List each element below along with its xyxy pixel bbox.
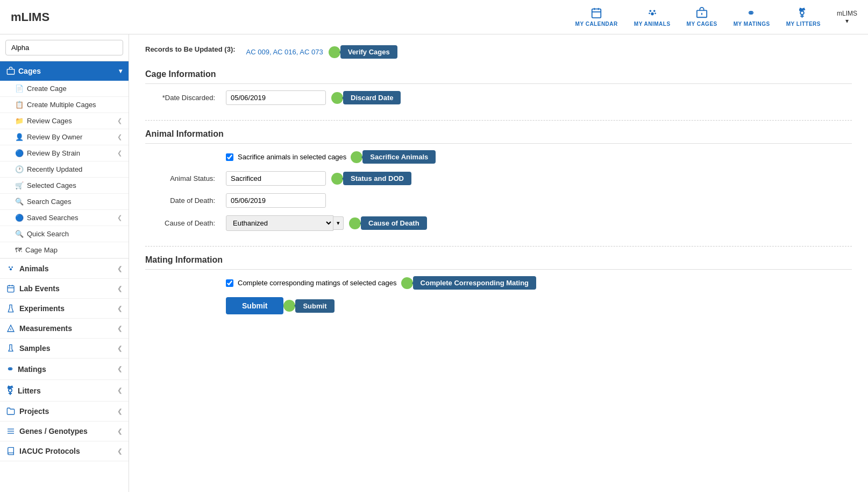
sidebar-item-selected-cages[interactable]: 🛒 Selected Cages (0, 178, 129, 194)
submit-button[interactable]: Submit (226, 297, 283, 314)
create-multiple-label: Create Multiple Cages (27, 101, 96, 109)
sidebar: Cages ▾ 📄 Create Cage 📋 Create Multiple … (0, 34, 129, 492)
cause-of-death-area: Cause of Death (349, 216, 427, 230)
svg-rect-17 (8, 286, 14, 292)
nav-matings-label: MY MATINGS (734, 21, 770, 27)
svg-rect-0 (592, 9, 601, 18)
sidebar-experiments[interactable]: Experiments ❮ (0, 299, 129, 319)
sidebar-lab-events-chevron: ❮ (117, 285, 122, 292)
review-by-strain-label: Review By Strain (27, 149, 80, 157)
cause-of-death-select[interactable]: Euthanized (226, 215, 333, 231)
sidebar-projects[interactable]: Projects ❮ (0, 402, 129, 421)
sidebar-cages-section: Cages ▾ 📄 Create Cage 📋 Create Multiple … (0, 61, 129, 259)
nav-litters[interactable]: ⚧ MY LITTERS (786, 7, 821, 27)
cause-of-death-button[interactable]: Cause of Death (361, 216, 427, 230)
sidebar-genes[interactable]: Genes / Genotypes ❮ (0, 421, 129, 441)
sidebar-animals[interactable]: Animals ❮ (0, 259, 129, 279)
verify-cages-button[interactable]: Verify Cages (340, 45, 397, 59)
divider-1 (145, 120, 852, 121)
review-cages-icon: 📁 (15, 117, 24, 125)
nav-user[interactable]: mLIMS ▾ (837, 10, 857, 25)
svg-point-16 (10, 268, 12, 270)
sidebar-item-saved-searches[interactable]: 🔵 Saved Searches ❮ (0, 210, 129, 226)
sidebar-item-create-multiple[interactable]: 📋 Create Multiple Cages (0, 97, 129, 113)
complete-mating-button[interactable]: Complete Corresponding Mating (413, 276, 537, 290)
nav-cages[interactable]: MY CAGES (687, 7, 717, 27)
sidebar-matings[interactable]: ⚭ Matings ❮ (0, 359, 129, 380)
review-by-owner-label: Review By Owner (27, 133, 82, 141)
animal-status-input[interactable] (226, 171, 326, 186)
nav-calendar[interactable]: MY CALENDAR (575, 7, 618, 27)
create-multiple-icon: 📋 (15, 101, 24, 109)
matings-section-icon: ⚭ (6, 364, 13, 374)
animal-status-row: Animal Status: Status and DOD (145, 171, 852, 186)
sidebar-item-search-cages[interactable]: 🔍 Search Cages (0, 194, 129, 210)
sidebar-cages-label: Cages (18, 67, 41, 75)
search-cages-icon: 🔍 (15, 198, 24, 206)
sidebar-litters-label: Litters (18, 386, 41, 395)
cause-of-death-select-group: Euthanized ▾ (226, 215, 344, 231)
complete-mating-area: Complete Corresponding Mating (401, 276, 537, 290)
sidebar-measurements[interactable]: Measurements ❮ (0, 319, 129, 339)
sidebar-item-review-cages[interactable]: 📁 Review Cages ❮ (0, 113, 129, 129)
mating-info-section: Mating Information Complete correspondin… (145, 255, 852, 314)
search-cages-label: Search Cages (27, 198, 71, 206)
date-discarded-input[interactable] (226, 90, 326, 105)
saved-searches-label: Saved Searches (27, 214, 78, 222)
status-dod-area: Status and DOD (331, 172, 411, 185)
sidebar-measurements-label: Measurements (19, 324, 72, 333)
sidebar-genes-label: Genes / Genotypes (19, 427, 88, 435)
discard-date-button[interactable]: Discard Date (343, 91, 401, 104)
animal-info-section: Animal Information Sacrifice animals in … (145, 129, 852, 231)
review-cages-chevron: ❮ (117, 117, 122, 124)
litters-section-icon: ⚧ (6, 385, 13, 396)
sacrifice-checkbox[interactable] (226, 153, 233, 161)
nav-litters-label: MY LITTERS (786, 21, 821, 27)
cause-of-death-dropdown-btn[interactable]: ▾ (333, 216, 344, 230)
top-header: mLIMS MY CALENDAR MY ANIMALS MY CAGES ⚭ … (0, 0, 868, 34)
date-of-death-input[interactable] (226, 193, 326, 208)
nav-animals[interactable]: MY ANIMALS (634, 7, 671, 27)
sidebar-animals-label: Animals (19, 264, 48, 273)
sidebar-matings-chevron: ❮ (117, 366, 122, 372)
nav-user-label: mLIMS (837, 10, 857, 17)
complete-mating-checkbox[interactable] (226, 279, 233, 287)
sidebar-item-quick-search[interactable]: 🔍 Quick Search (0, 226, 129, 242)
sidebar-lab-events[interactable]: Lab Events ❮ (0, 279, 129, 299)
sidebar-litters[interactable]: ⚧ Litters ❮ (0, 380, 129, 402)
sidebar-iacuc[interactable]: IACUC Protocols ❮ (0, 441, 129, 461)
search-input[interactable] (5, 40, 123, 55)
sidebar-item-review-by-owner[interactable]: 👤 Review By Owner ❮ (0, 129, 129, 145)
date-of-death-row: Date of Death: (145, 193, 852, 208)
sidebar-item-recently-updated[interactable]: 🕐 Recently Updated (0, 161, 129, 178)
submit-tooltip-button[interactable]: Submit (295, 299, 334, 313)
sidebar-item-review-by-strain[interactable]: 🔵 Review By Strain ❮ (0, 145, 129, 161)
nav-matings[interactable]: ⚭ MY MATINGS (734, 7, 770, 27)
sidebar-item-create-cage[interactable]: 📄 Create Cage (0, 81, 129, 97)
svg-rect-13 (7, 69, 14, 74)
cause-of-death-row: Cause of Death: Euthanized ▾ Cause of De… (145, 215, 852, 231)
status-dod-button[interactable]: Status and DOD (343, 172, 411, 185)
review-cages-label: Review Cages (27, 117, 72, 125)
cage-info-title: Cage Information (145, 69, 852, 84)
sidebar-cages-header[interactable]: Cages ▾ (0, 61, 129, 81)
svg-point-5 (653, 10, 656, 12)
quick-search-label: Quick Search (27, 230, 69, 238)
nav-icons: MY CALENDAR MY ANIMALS MY CAGES ⚭ MY MAT… (575, 7, 857, 27)
records-links[interactable]: AC 009, AC 016, AC 073 (246, 48, 323, 56)
cage-map-icon: 🗺 (15, 246, 22, 254)
sidebar-item-cage-map[interactable]: 🗺 Cage Map (0, 242, 129, 258)
sidebar-cages-items: 📄 Create Cage 📋 Create Multiple Cages 📁 … (0, 81, 129, 258)
create-cage-label: Create Cage (27, 85, 67, 93)
sidebar-samples[interactable]: Samples ❮ (0, 339, 129, 359)
nav-calendar-label: MY CALENDAR (575, 21, 618, 27)
create-cage-icon: 📄 (15, 85, 24, 93)
main-layout: Cages ▾ 📄 Create Cage 📋 Create Multiple … (0, 34, 868, 492)
sidebar-cages-chevron: ▾ (119, 67, 122, 75)
review-by-strain-chevron: ❮ (117, 150, 122, 157)
sacrifice-animals-button[interactable]: Sacrifice Animals (362, 150, 436, 164)
records-label: Records to Be Updated (3): (145, 45, 236, 53)
quick-search-icon: 🔍 (15, 230, 24, 238)
discard-date-area: Discard Date (331, 91, 401, 104)
cause-of-death-label: Cause of Death: (145, 219, 220, 227)
